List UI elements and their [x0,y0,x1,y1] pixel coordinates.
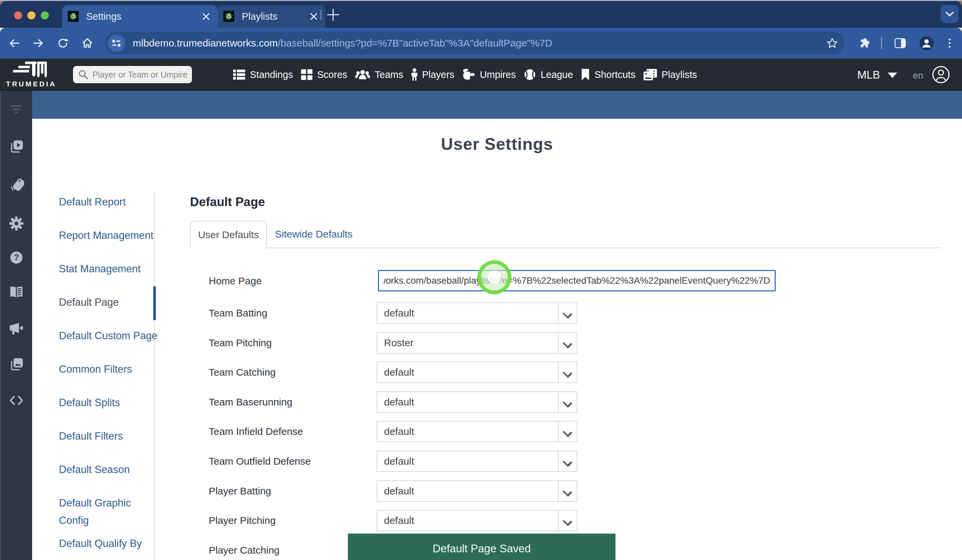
filter-icon[interactable] [9,102,24,119]
page-title: User Settings [32,134,962,154]
browser-window: Settings Playlists [0,1,962,560]
nav-item-label: Shortcuts [594,69,636,80]
cards-icon[interactable] [9,178,24,195]
select-arrow-cell[interactable] [558,451,577,471]
select-team-catching[interactable]: default [377,361,577,383]
nav-item-standings[interactable]: Standings [233,69,293,80]
select-team-pitching[interactable]: Roster [377,332,577,353]
tab-title: Settings [86,11,202,22]
select-arrow-cell[interactable] [558,392,577,412]
browser-profile-avatar[interactable] [920,36,934,50]
browser-tab-playlists[interactable]: Playlists [218,5,326,28]
people-icon [355,69,370,80]
address-bar[interactable]: mlbdemo.trumedianetworks.com/baseball/se… [105,32,844,55]
reload-icon[interactable] [57,37,69,49]
menu-item-default-page[interactable]: Default Page [59,294,163,311]
trumedia-logo[interactable]: TRUMEDIA [3,61,58,89]
select-arrow-cell[interactable] [558,303,577,323]
select-value: default [384,392,414,412]
tab-favicon [68,11,79,22]
select-arrow-cell[interactable] [558,421,577,442]
new-tab-button[interactable] [327,9,339,21]
browser-tab-settings[interactable]: Settings [62,5,218,28]
help-icon[interactable]: ? [9,250,24,266]
league-selector[interactable]: MLB [857,69,880,81]
side-panel-icon[interactable] [894,37,906,49]
window-minimize-button[interactable] [27,11,36,19]
nav-item-shortcuts[interactable]: Shortcuts [581,69,636,80]
nav-item-label: League [541,69,573,80]
nav-item-teams[interactable]: Teams [355,69,403,80]
select-team-batting[interactable]: default [377,302,577,324]
menu-item-report-management[interactable]: Report Management [59,227,163,244]
back-icon[interactable] [9,37,20,49]
menu-item-default-report[interactable]: Default Report [59,194,163,211]
nav-item-label: Scores [317,69,347,80]
menu-item-default-filters[interactable]: Default Filters [59,428,163,445]
chevron-down-icon [563,368,572,376]
nav-item-scores[interactable]: Scores [301,69,347,80]
grid-icon [301,69,312,80]
tab-close-icon[interactable] [202,12,210,21]
nav-item-players[interactable]: Players [412,68,455,81]
video-playlist-icon[interactable] [9,139,24,156]
book-icon[interactable] [9,285,24,302]
select-team-baserunning[interactable]: default [377,391,577,413]
menu-item-default-custom-page[interactable]: Default Custom Page [59,327,163,345]
browser-toolbar: mlbdemo.trumedianetworks.com/baseball/se… [0,28,962,58]
nav-item-label: Playlists [662,69,697,80]
nav-item-playlists[interactable]: Playlists [644,69,697,80]
window-close-button[interactable] [14,11,22,19]
tab-close-icon[interactable] [310,12,318,21]
person-icon [412,68,418,81]
code-icon[interactable] [9,393,24,410]
url-text[interactable]: mlbdemo.trumedianetworks.com/baseball/se… [133,32,552,55]
megaphone-icon[interactable] [9,321,24,338]
select-value: default [384,362,414,382]
user-profile-icon[interactable] [932,66,950,84]
gear-icon[interactable] [9,216,24,232]
select-arrow-cell[interactable] [558,510,577,531]
app-nav: Standings Scores Teams Players Umpires L… [233,58,697,90]
field-label: Team Infield Defense [209,426,303,437]
search-input[interactable]: Player or Team or Umpire [72,65,193,84]
select-value: default [384,451,414,471]
select-team-infield-defense[interactable]: default [377,421,577,442]
select-arrow-cell[interactable] [558,362,577,382]
nav-item-label: Teams [374,69,403,80]
select-arrow-cell[interactable] [558,333,577,353]
window-zoom-button[interactable] [41,11,49,19]
menu-item-common-filters[interactable]: Common Filters [59,361,163,378]
site-settings-button[interactable] [108,34,125,52]
extensions-icon[interactable] [859,37,871,49]
select-player-batting[interactable]: default [377,480,577,502]
menu-item-stat-management[interactable]: Stat Management [59,260,163,278]
home-page-input[interactable] [378,270,776,291]
chevron-down-icon [563,427,572,436]
toolbar-separator [881,37,882,49]
caret-down-icon[interactable] [888,73,897,78]
menu-item-default-graphic-config[interactable]: Default Graphic Config [59,494,163,529]
forward-icon[interactable] [32,37,44,49]
nav-item-umpires[interactable]: Umpires [462,69,516,80]
chevron-down-icon [563,309,572,317]
tab-user-defaults[interactable]: User Defaults [190,221,267,248]
images-icon[interactable] [9,357,24,373]
tab-separator [320,10,321,20]
language-selector[interactable]: en [913,70,923,81]
select-arrow-cell[interactable] [558,481,577,501]
home-icon[interactable] [82,37,93,49]
select-player-pitching[interactable]: default [377,510,577,531]
select-team-outfield-defense[interactable]: default [377,450,577,472]
menu-item-default-season[interactable]: Default Season [59,461,163,478]
menu-item-default-splits[interactable]: Default Splits [59,394,163,412]
chevron-down-icon [945,10,954,18]
logo-text: TRUMEDIA [3,80,58,88]
bookmark-star-icon[interactable] [826,37,838,49]
nav-item-league[interactable]: League [524,69,573,81]
toast-message: Default Page Saved [348,534,615,560]
tab-search-button[interactable] [941,5,959,23]
menu-item-default-qualify-by[interactable]: Default Qualify By [59,535,163,552]
browser-menu-icon[interactable] [944,37,955,49]
tab-sitewide-defaults[interactable]: Sitewide Defaults [267,221,361,247]
